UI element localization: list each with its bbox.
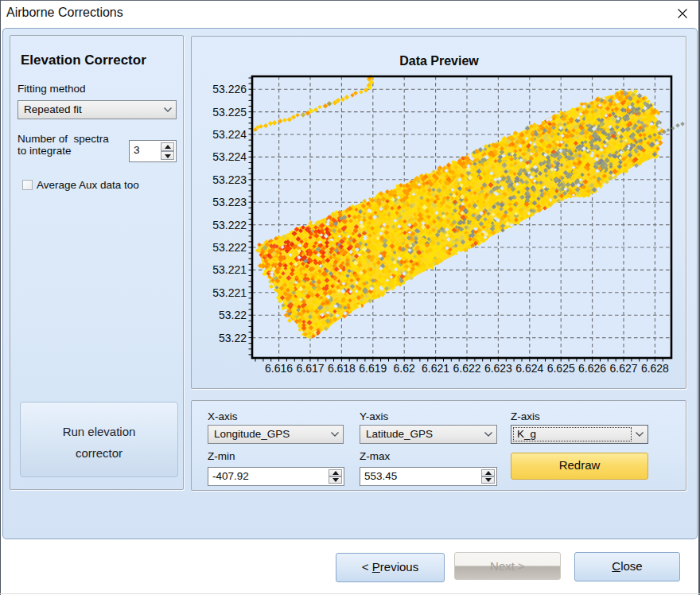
- svg-text:53.22: 53.22: [219, 332, 247, 344]
- svg-text:53.226: 53.226: [212, 83, 247, 95]
- svg-text:53.222: 53.222: [212, 241, 247, 254]
- svg-text:6.625: 6.625: [547, 362, 575, 375]
- svg-text:53.225: 53.225: [212, 106, 247, 119]
- svg-text:53.223: 53.223: [212, 196, 247, 208]
- svg-text:6.616: 6.616: [265, 362, 293, 375]
- svg-text:6.62: 6.62: [394, 362, 415, 375]
- svg-text:6.621: 6.621: [422, 362, 449, 375]
- svg-text:6.628: 6.628: [641, 362, 669, 375]
- svg-text:53.222: 53.222: [212, 219, 247, 231]
- svg-text:53.223: 53.223: [212, 173, 247, 186]
- svg-text:53.224: 53.224: [212, 128, 247, 141]
- svg-text:53.221: 53.221: [212, 263, 247, 276]
- svg-text:53.221: 53.221: [212, 286, 247, 299]
- svg-text:53.22: 53.22: [219, 309, 247, 321]
- svg-text:6.627: 6.627: [609, 362, 637, 375]
- svg-text:6.626: 6.626: [578, 362, 606, 375]
- svg-text:6.619: 6.619: [359, 362, 387, 375]
- svg-text:6.618: 6.618: [328, 362, 356, 375]
- svg-text:6.617: 6.617: [296, 362, 324, 375]
- svg-text:6.623: 6.623: [484, 362, 512, 375]
- svg-text:6.624: 6.624: [515, 362, 543, 375]
- svg-text:6.622: 6.622: [453, 362, 480, 375]
- svg-text:Data Preview: Data Preview: [399, 54, 479, 68]
- svg-text:53.224: 53.224: [212, 150, 247, 163]
